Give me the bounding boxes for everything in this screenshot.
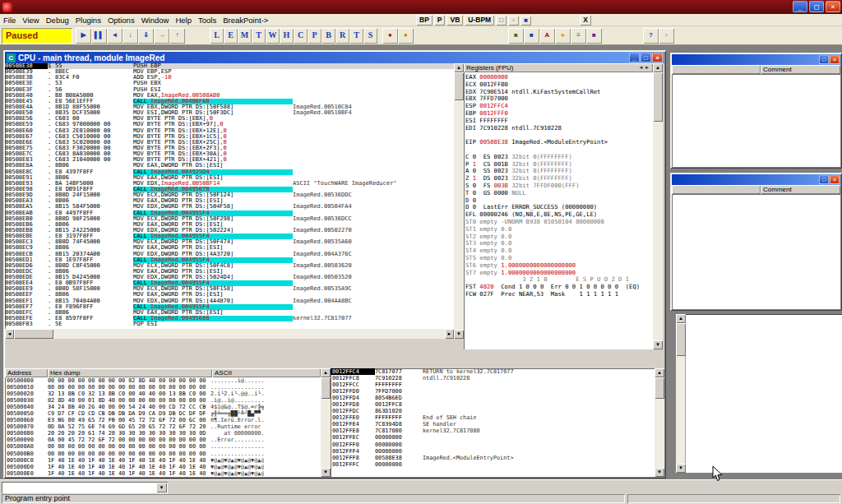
- scroll-up-icon[interactable]: ▲: [676, 314, 686, 323]
- stack-row[interactable]: 0012FFD80012FFC8: [331, 401, 655, 408]
- toolbar-letter-c-6[interactable]: C: [294, 28, 308, 44]
- scroll-left-icon[interactable]: ◄: [5, 329, 14, 339]
- dump-row[interactable]: 0050008020 20 20 20 61 74 20 30 30 30 30…: [5, 430, 321, 437]
- toolbar-letter-b-8[interactable]: B: [322, 28, 335, 44]
- disasm-row[interactable]: 00508E93.BA 14BF5000MOV EDX,ImageRed.005…: [5, 181, 454, 187]
- registers-scrollbar[interactable]: ▲ ▼: [653, 63, 663, 349]
- disasm-row[interactable]: 00508EC9.8B06MOV EAX,DWORD PTR DS:[ESI]: [5, 245, 454, 251]
- minimize-button[interactable]: _: [793, 1, 807, 12]
- scroll-up-icon[interactable]: ▲: [454, 63, 464, 72]
- menu-tools[interactable]: Tools: [195, 15, 220, 26]
- toolbar-letter-l-0[interactable]: L: [210, 28, 224, 44]
- stack-pane[interactable]: 0012FFC47C817077RETURN to kernel32.7C817…: [331, 368, 655, 477]
- highlight-icon[interactable]: ●: [398, 28, 414, 44]
- dump-row[interactable]: 00500050C9 D7 CF CD CD CB DB DB DA D9 CA…: [5, 410, 321, 417]
- stack-row[interactable]: 0012FFF000000000: [331, 442, 655, 448]
- menu-button-p[interactable]: P: [434, 15, 446, 25]
- dump-row[interactable]: 005000C01F 40 1E 40 1F 40 1E 40 1F 40 1E…: [5, 457, 321, 464]
- command-combobox[interactable]: ▼: [2, 482, 168, 493]
- scroll-up-icon[interactable]: ▲: [655, 368, 664, 377]
- dump-row[interactable]: 0050003002 8D 40 00 01 8D 40 00 00 00 00…: [5, 397, 321, 404]
- register-line[interactable]: EDI 7C910228 ntdll.7C910228: [465, 125, 653, 132]
- stack-row[interactable]: 0012FFFC00000000: [331, 461, 655, 468]
- disassembly-pane[interactable]: 00508E38$55PUSH EBP00508E39.8BECMOV EBP,…: [5, 63, 454, 329]
- step-over-icon[interactable]: ⇓: [138, 28, 154, 44]
- side-window-1-close-button[interactable]: ×: [830, 55, 840, 64]
- disasm-row[interactable]: 00508EA5.8B15 584F5000MOV EDX,DWORD PTR …: [5, 204, 454, 210]
- pause-icon[interactable]: ▌▌: [91, 28, 107, 44]
- disasm-row[interactable]: 00508EB6.8B06MOV EAX,DWORD PTR DS:[ESI]: [5, 222, 454, 228]
- stack-row[interactable]: 0012FFD48054B6ED: [331, 395, 655, 401]
- disasm-row[interactable]: 00508E39.8BECMOV EBP,ESP: [5, 69, 454, 75]
- modules-icon[interactable]: ■: [524, 28, 539, 44]
- disasm-row[interactable]: 00508E91.8B06MOV EAX,DWORD PTR DS:[ESI]: [5, 175, 454, 181]
- scroll-right-icon[interactable]: ►: [445, 329, 454, 339]
- command-input[interactable]: [2, 483, 155, 492]
- breakpoint-icon[interactable]: ●: [382, 28, 398, 44]
- menu-view[interactable]: View: [19, 15, 42, 26]
- disasm-scrollbar-vertical[interactable]: ▲ ▼: [454, 63, 464, 339]
- disasm-row[interactable]: 00508E3B.83C4 F0ADD ESP,-10: [5, 75, 454, 81]
- disasm-row[interactable]: 00508E7C.C683 8A030000 00MOV BYTE PTR DS…: [5, 151, 454, 157]
- step-into-icon[interactable]: ↓: [123, 28, 138, 44]
- trace-into-icon[interactable]: →: [154, 28, 169, 44]
- close-button[interactable]: ×: [826, 1, 840, 12]
- stack-row[interactable]: 0012FFE47C8394D8SE handler: [331, 421, 655, 428]
- toolbar-letter-p-7[interactable]: P: [308, 28, 322, 44]
- side-window-1-restore-button[interactable]: □: [819, 55, 829, 64]
- scroll-up-icon[interactable]: ▲: [653, 63, 663, 72]
- side-window-2-titlebar[interactable]: □ ×: [672, 174, 840, 185]
- scroll-thumb[interactable]: [321, 377, 331, 399]
- stack-row[interactable]: 0012FFD07FFD7000: [331, 388, 655, 395]
- disasm-row[interactable]: 00508EE9.8B0D 58F15000MOV ECX,DWORD PTR …: [5, 286, 454, 292]
- toolbar-letter-h-5[interactable]: H: [280, 28, 294, 44]
- disasm-scrollbar-horizontal[interactable]: ◄ ►: [5, 329, 454, 339]
- disasm-row[interactable]: 00508EFE.E8 8597F8FFCALL ImageRed.004956…: [5, 316, 454, 321]
- side-window-2-restore-button[interactable]: □: [819, 175, 829, 184]
- disasm-row[interactable]: 00508EDE.8B15 D4245000MOV EDX,DWORD PTR …: [5, 275, 454, 280]
- log-icon[interactable]: ■: [508, 28, 524, 44]
- disasm-row[interactable]: 00508EB8.8B15 24225000MOV EDX,DWORD PTR …: [5, 228, 454, 234]
- disasm-row[interactable]: 00508E8A.8B06MOV EAX,DWORD PTR DS:[ESI]: [5, 163, 454, 169]
- scroll-thumb[interactable]: [454, 72, 464, 100]
- mdi-close-button[interactable]: X: [580, 15, 591, 25]
- dump-row[interactable]: 00500060E3 B6 00 49 65 72 FB 00 45 72 72…: [5, 417, 321, 423]
- disasm-row[interactable]: 00508ED1.E8 1E97F8FFCALL ImageRed.004955…: [5, 257, 454, 263]
- disasm-row[interactable]: 00508EAB.E8 4497F8FFCALL ImageRed.004955…: [5, 210, 454, 216]
- toolbar-letter-m-2[interactable]: M: [238, 28, 252, 44]
- dump-row[interactable]: 005000900A 00 45 72 72 6F 72 00 00 00 00…: [5, 437, 321, 443]
- help-icon[interactable]: ?: [643, 28, 659, 44]
- toolbar-letter-r-9[interactable]: R: [335, 28, 349, 44]
- cpu-restore-button[interactable]: □: [641, 53, 651, 62]
- disasm-row[interactable]: 00508EF1.8B15 70484A00MOV EDX,DWORD PTR …: [5, 298, 454, 304]
- disasm-row[interactable]: 00508ECB.8B15 20374A00MOV EDX,DWORD PTR …: [5, 252, 454, 257]
- disasm-row[interactable]: 00508E83.C683 21040000 00MOV BYTE PTR DS…: [5, 157, 454, 163]
- dump-row[interactable]: 0050000000 00 00 00 00 00 00 00 02 8D 40…: [5, 377, 321, 384]
- side-window-3-scrollbar[interactable]: ▲ ▼: [676, 314, 686, 473]
- scroll-up-icon[interactable]: ▲: [321, 368, 331, 377]
- scroll-down-icon[interactable]: ▼: [676, 464, 686, 473]
- disasm-row[interactable]: 00508E3E.53PUSH EBX: [5, 81, 454, 86]
- dump-row[interactable]: 005000700D 0A 52 75 6E 74 69 6D 65 20 65…: [5, 423, 321, 430]
- register-line[interactable]: T 0 GS 0000 NULL: [465, 190, 653, 197]
- side-window-2-close-button[interactable]: ×: [830, 175, 840, 184]
- disasm-row[interactable]: 00508EFC.8B06MOV EAX,DWORD PTR DS:[ESI]: [5, 310, 454, 316]
- scroll-thumb[interactable]: [653, 72, 663, 122]
- stack-row[interactable]: 0012FFC47C817077RETURN to kernel32.7C817…: [331, 368, 655, 375]
- registers-pane[interactable]: Registers (FPU) ◄ ► EAX 00000000ECX 0012…: [464, 63, 653, 349]
- side-window-2-body[interactable]: [672, 194, 840, 309]
- disasm-row[interactable]: 00508E60.C683 2E010000 00MOV BYTE PTR DS…: [5, 128, 454, 134]
- dump-row[interactable]: 0050002032 13 8B C0 32 13 8B C0 00 40 40…: [5, 391, 321, 397]
- dump-row[interactable]: 0050001000 00 00 00 00 00 00 00 00 00 00…: [5, 384, 321, 391]
- stack-row[interactable]: 0012FFCCFFFFFFFF: [331, 381, 655, 388]
- dump-scrollbar[interactable]: ▲ ▼: [321, 368, 331, 477]
- disasm-row[interactable]: 00508EF7.E8 F896F8FFCALL ImageRed.004955…: [5, 304, 454, 310]
- disasm-row[interactable]: 00508E56.C603 00MOV BYTE PTR DS:[EBX],0: [5, 116, 454, 122]
- disasm-row[interactable]: 00508E9D.8B0D 24F15000MOV ECX,DWORD PTR …: [5, 192, 454, 198]
- scroll-thumb[interactable]: [14, 329, 53, 339]
- disasm-row[interactable]: 00508EB0.8B0D 98F25000MOV ECX,DWORD PTR …: [5, 216, 454, 222]
- toolbar-letter-t-3[interactable]: T: [252, 28, 266, 44]
- menu-debug[interactable]: Debug: [43, 15, 72, 26]
- stack-row[interactable]: 0012FFEC00000000: [331, 434, 655, 441]
- disasm-row[interactable]: 00508E45.E8 56E1EFFFCALL ImageRed.00406F…: [5, 99, 454, 104]
